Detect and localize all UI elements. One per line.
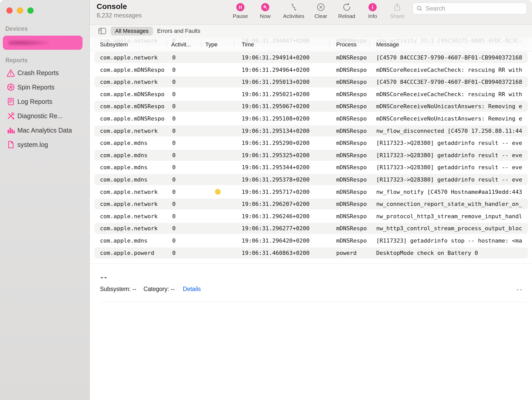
toolbar-button-label: Share (390, 13, 404, 19)
sidebar-item-crash-reports[interactable]: Crash Reports (0, 66, 89, 80)
console-window: Devices Reports Crash Reports Spin Repor… (0, 0, 532, 400)
table-row[interactable]: com.apple.mdns 0 19:06:31.295344+0200 mD… (90, 161, 532, 174)
minimize-window-button[interactable] (17, 7, 23, 14)
column-divider[interactable] (167, 41, 167, 48)
table-row[interactable]: com.apple.network 0 19:06:31.294914+0200… (90, 52, 532, 64)
window-controls (6, 7, 34, 14)
row-subsystem: com.apple.network (100, 225, 165, 232)
row-activity: 0 (172, 164, 195, 171)
toolbar-button-label: Activities (283, 13, 304, 19)
row-subsystem: com.apple.mdns (100, 176, 165, 183)
column-header-time[interactable]: Time (242, 41, 254, 48)
table-row[interactable]: com.apple.mdns 0 19:06:31.295325+0200 mD… (90, 149, 532, 162)
row-message: nw_connection_report_state_with_handler_… (376, 201, 526, 207)
yellow-type-dot (215, 189, 221, 195)
close-window-button[interactable] (6, 7, 13, 14)
table-row[interactable]: com.apple.mDNSResponder 0 19:06:31.29510… (90, 113, 532, 125)
row-process: mDNSResponder (336, 237, 367, 244)
column-divider[interactable] (370, 41, 370, 48)
search-field[interactable] (413, 3, 527, 14)
row-subsystem: com.apple.network (100, 79, 165, 85)
column-header-process[interactable]: Process (336, 41, 356, 48)
row-process: mDNSResponder (336, 128, 367, 134)
sidebar-item-spin-reports[interactable]: Spin Reports (0, 80, 89, 94)
table-row[interactable]: com.apple.network 0 19:06:31.296277+0200… (90, 222, 532, 235)
row-activity: 0 (172, 201, 195, 207)
tab-all-messages[interactable]: All Messages (111, 27, 153, 35)
tab-errors-and-faults[interactable]: Errors and Faults (157, 27, 200, 35)
toolbar: Console 8,232 messages Pause Now Activit… (90, 0, 532, 25)
details-link[interactable]: Details (183, 286, 201, 293)
table-row[interactable]: com.apple.network 0 19:06:31.296207+0200… (90, 198, 532, 210)
row-subsystem: com.apple.mdns (100, 237, 165, 244)
bar-chart-icon (6, 126, 15, 135)
row-subsystem: com.apple.network (100, 201, 165, 207)
detail-separator (100, 302, 527, 302)
detail-right-value: -- (516, 286, 523, 293)
search-input[interactable] (425, 5, 518, 12)
table-row[interactable]: com.apple.mDNSResponder 0 19:06:31.29502… (90, 88, 532, 101)
detail-category-value: -- (171, 286, 175, 292)
sidebar-item-system-log[interactable]: system.log (0, 137, 89, 152)
row-message: mDNSCoreReceiveCacheCheck: rescuing RR w… (376, 91, 526, 97)
wrench-screwdriver-icon (6, 112, 15, 120)
share-button[interactable]: Share (381, 3, 414, 19)
table-row[interactable]: com.apple.powerd 0 19:06:31.460863+0200 … (90, 247, 532, 259)
zoom-window-button[interactable] (27, 7, 34, 14)
row-process: mDNSResponder (336, 152, 367, 158)
row-subsystem: com.apple.mdns (100, 152, 165, 158)
table-rows: com.apple.network 0 19:06:31.294914+0200… (90, 52, 532, 259)
table-row[interactable]: com.apple.network 0 19:06:31.295013+0200… (90, 76, 532, 88)
column-divider[interactable] (201, 41, 201, 48)
row-activity: 0 (172, 79, 195, 85)
row-message: mDNSCoreReceiveNoUnicastAnswers: Removin… (376, 103, 526, 109)
sidebar-reports-list: Crash Reports Spin Reports Log Reports D… (0, 66, 89, 152)
info-icon (368, 3, 377, 12)
detail-panel: -- Subsystem: -- Category: -- Details -- (90, 263, 532, 400)
row-time: 19:06:31.295021+0200 (242, 91, 319, 97)
row-time: 19:06:31.295378+0200 (242, 176, 319, 183)
column-header-subsystem[interactable]: Subsystem (100, 41, 128, 48)
row-subsystem: com.apple.mDNSResponder (100, 103, 165, 109)
table-row[interactable]: com.apple.network 0 19:06:31.296246+0200… (90, 210, 532, 223)
sidebar-item-label: Log Reports (17, 98, 52, 105)
table-row[interactable]: com.apple.mdns 0 19:06:31.296420+0200 mD… (90, 235, 532, 247)
detail-meta: Subsystem: -- Category: -- Details (100, 286, 201, 293)
table-row[interactable]: com.apple.network 0 19:06:31.295134+0200… (90, 125, 532, 137)
column-header-type[interactable]: Type (205, 41, 218, 48)
search-icon (416, 5, 423, 12)
table-row[interactable]: com.apple.network 0 19:06:31.295717+0200… (90, 186, 532, 198)
row-time: 19:06:31.295717+0200 (242, 189, 319, 195)
detail-message-preview: -- (100, 274, 107, 281)
column-divider[interactable] (330, 41, 330, 48)
row-activity: 0 (172, 237, 195, 244)
sidebar-item-diagnostic-re[interactable]: Diagnostic Re... (0, 109, 89, 123)
table-row[interactable]: com.apple.mdns 0 19:06:31.295290+0200 mD… (90, 137, 532, 149)
sidebar-item-mac-analytics-data[interactable]: Mac Analytics Data (0, 123, 89, 137)
row-time: 19:06:31.295290+0200 (242, 140, 319, 146)
row-process: mDNSResponder (336, 176, 367, 183)
column-header-message[interactable]: Message (376, 41, 399, 48)
sidebar-toggle-icon[interactable] (98, 28, 106, 34)
row-subsystem: com.apple.mDNSResponder (100, 115, 165, 122)
row-activity: 0 (172, 128, 195, 134)
row-activity: 0 (172, 54, 195, 61)
row-subsystem: com.apple.network (100, 189, 165, 195)
table-row[interactable]: com.apple.mDNSResponder 0 19:06:31.29496… (90, 64, 532, 76)
row-message: [R117323->Q28380] getaddrinfo result -- … (376, 164, 526, 171)
row-time: 19:06:31.294964+0200 (242, 67, 319, 73)
column-divider[interactable] (234, 41, 234, 48)
row-process: mDNSResponder (336, 189, 367, 195)
sidebar-item-label: Spin Reports (17, 84, 55, 91)
table-row[interactable]: com.apple.mDNSResponder 0 19:06:31.29506… (90, 100, 532, 113)
row-subsystem: com.apple.mdns (100, 140, 165, 146)
row-process: mDNSResponder (336, 103, 367, 109)
row-subsystem: com.apple.network (100, 213, 165, 219)
sidebar-item-device-selected[interactable] (3, 36, 83, 50)
row-time: 19:06:31.295134+0200 (242, 128, 319, 134)
row-time: 19:06:31.296420+0200 (242, 237, 319, 244)
detail-category-label: Category: (144, 286, 169, 292)
sidebar-item-log-reports[interactable]: Log Reports (0, 94, 89, 109)
column-header-activity[interactable]: Activit... (171, 41, 191, 48)
table-row[interactable]: com.apple.mdns 0 19:06:31.295378+0200 mD… (90, 174, 532, 186)
